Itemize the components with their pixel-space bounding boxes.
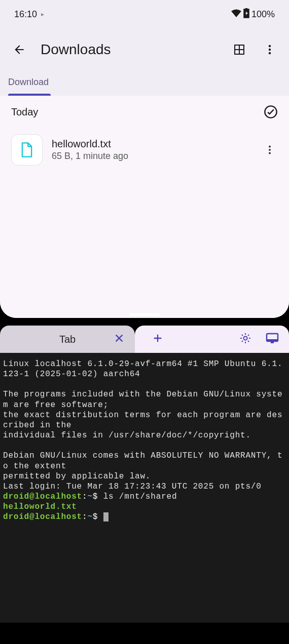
svg-point-6: [269, 49, 271, 51]
grid-icon: [233, 44, 245, 56]
clock: 16:10: [14, 9, 37, 20]
section-title: Today: [11, 106, 38, 118]
terminal-line: Linux localhost 6.1.0-29-avf-arm64 #1 SM…: [3, 359, 282, 379]
downloads-app-window: 16:10 ▸ 100% Downloads Download: [0, 0, 289, 318]
more-vert-icon: [264, 144, 275, 155]
svg-point-10: [269, 149, 271, 151]
arrow-left-icon: [13, 43, 26, 56]
close-tab-button[interactable]: [114, 333, 125, 346]
terminal-tab-label: Tab: [59, 334, 76, 345]
battery-percent: 100%: [251, 9, 275, 20]
terminal-prompt-path: ~: [87, 492, 92, 501]
file-list-area: Today helloworld.txt 65 B, 1 minute ago: [0, 96, 289, 318]
svg-point-7: [269, 52, 271, 54]
tab-download[interactable]: Download: [8, 77, 49, 94]
terminal-line: individual files in /usr/share/doc/*/cop…: [3, 431, 251, 440]
terminal-prompt-user: droid@localhost: [3, 492, 82, 501]
terminal-line: Last login: Tue Mar 18 17:23:43 UTC 2025…: [3, 482, 262, 491]
terminal-tab-rest: [135, 326, 289, 353]
status-indicator: ▸: [41, 11, 44, 18]
status-bar: 16:10 ▸ 100%: [0, 0, 289, 28]
svg-rect-15: [271, 342, 274, 343]
back-button[interactable]: [10, 41, 28, 59]
file-name: helloworld.txt: [52, 138, 252, 150]
file-meta: 65 B, 1 minute ago: [52, 151, 252, 162]
svg-point-9: [269, 146, 271, 148]
terminal-command: ls /mnt/shared: [103, 492, 177, 501]
wifi-icon: [231, 9, 241, 20]
terminal-output-line: helloworld.txt: [3, 502, 77, 511]
file-row[interactable]: helloworld.txt 65 B, 1 minute ago: [11, 131, 278, 169]
more-options-button[interactable]: [261, 41, 279, 59]
tab-bar: Download: [0, 71, 289, 96]
terminal-output[interactable]: Linux localhost 6.1.0-29-avf-arm64 #1 SM…: [0, 353, 289, 623]
grid-view-button[interactable]: [230, 41, 248, 59]
nav-bar: [0, 623, 289, 644]
select-all-button[interactable]: [264, 105, 278, 119]
terminal-prompt-path: ~: [87, 512, 92, 521]
terminal-line: permitted by applicable law.: [3, 472, 151, 481]
new-tab-button[interactable]: [145, 333, 170, 346]
display-button[interactable]: [266, 332, 279, 346]
terminal-line: The programs included with the Debian GN…: [3, 390, 282, 409]
terminal-app-window: Tab Linux localhost 6.1.0-29-avf-arm64 #…: [0, 326, 289, 623]
app-handle[interactable]: [129, 313, 160, 316]
app-header: Downloads: [0, 28, 289, 71]
file-more-button[interactable]: [262, 144, 278, 155]
file-icon: [20, 142, 34, 158]
plus-icon: [152, 333, 163, 344]
check-circle-icon: [264, 105, 278, 119]
more-vert-icon: [264, 44, 276, 56]
gear-icon: [239, 332, 251, 344]
file-thumbnail: [11, 134, 43, 166]
terminal-tab-active[interactable]: Tab: [0, 326, 135, 353]
terminal-prompt-user: droid@localhost: [3, 512, 82, 521]
terminal-line: Debian GNU/Linux comes with ABSOLUTELY N…: [3, 451, 282, 470]
terminal-line: the exact distribution terms for each pr…: [3, 411, 282, 430]
monitor-icon: [266, 332, 279, 344]
settings-button[interactable]: [239, 332, 251, 346]
page-title: Downloads: [41, 42, 218, 58]
terminal-tab-bar: Tab: [0, 326, 289, 353]
svg-point-12: [244, 337, 247, 340]
terminal-cursor: [103, 512, 109, 521]
close-icon: [114, 333, 125, 344]
battery-icon: [243, 8, 249, 21]
svg-point-11: [269, 152, 271, 154]
svg-rect-14: [267, 339, 278, 341]
svg-point-5: [269, 45, 271, 47]
